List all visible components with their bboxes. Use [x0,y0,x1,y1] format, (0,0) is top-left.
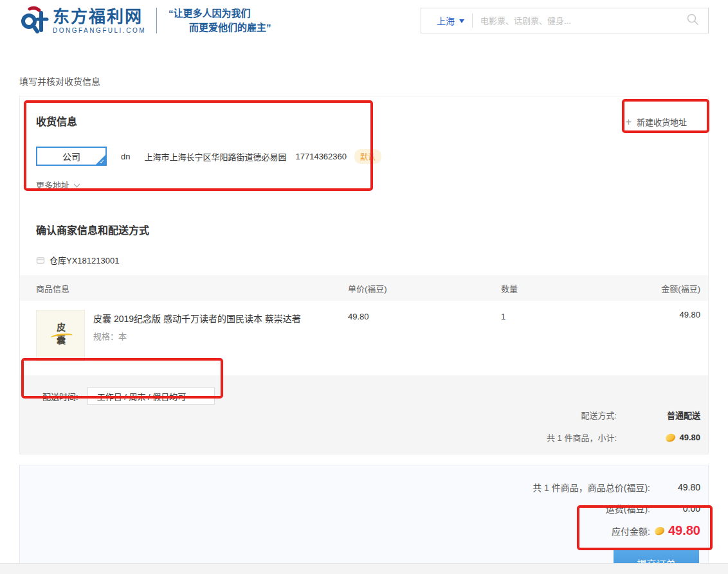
delivery-time-value: 工作日 / 周末 / 假日均可 [97,390,187,402]
payable-label: 应付金额: [612,525,650,537]
delivery-time-label: 配送时间: [42,390,78,402]
more-addresses-label: 更多地址 [36,179,69,191]
delivery-section: 配送时间: 工作日 / 周末 / 假日均可 配送方式: 普通配送 共 1 件商品… [20,375,708,454]
fudou-bean-icon [665,432,677,442]
warehouse-row: 仓库YX181213001 [36,254,692,266]
total-label: 共 1 件商品，商品总价(福豆): [532,481,650,494]
new-address-label: 新建收货地址 [637,116,687,128]
shipping-section: 收货信息 + 新建收货地址 公司 ✓ dn 上海市上海长宁区华阳路街道德必易园 … [20,96,708,191]
col-product: 商品信息 [36,282,348,294]
merchant-section-title: 确认商家信息和配送方式 [20,208,708,237]
shipping-section-title: 收货信息 [36,113,77,129]
phone-number: 17714362360 [295,152,347,161]
table-row: 皮囊 皮囊 2019纪念版 感动千万读者的国民读本 蔡崇达著 规格：本 49.8… [20,301,708,375]
col-quantity: 数量 [501,282,610,294]
logo-divider [156,8,157,33]
default-badge: 默认 [354,149,381,164]
brand-domain: DONGFANGFULI.COM [53,27,146,34]
product-title: 皮囊 2019纪念版 感动千万读者的国民读本 蔡崇达著 [93,312,301,325]
site-header: 东方福利网 DONGFANGFULI.COM “让更多人因为我们 而更爱他们的雇… [0,0,728,41]
fudou-bean-icon [653,525,665,535]
more-addresses-toggle[interactable]: 更多地址 [36,179,692,191]
delivery-method-label: 配送方式: [581,409,617,421]
delivery-method-value: 普通配送 [617,409,700,421]
chevron-down-icon [74,181,80,187]
chevron-down-icon [459,19,464,26]
warehouse-name: 仓库YX181213001 [50,254,119,266]
city-name: 上海 [437,14,455,27]
slogan: “让更多人因为我们 而更爱他们的雇主” [168,6,271,35]
table-header: 商品信息 单价(福豆) 数量 金额(福豆) [20,275,708,301]
subtotal-value: 49.80 [679,433,700,442]
address-tag-label: 公司 [62,150,80,163]
slogan-line1: “让更多人因为我们 [168,6,271,21]
search-icon[interactable] [686,13,699,28]
product-spec: 规格：本 [93,330,301,342]
logo[interactable]: 东方福利网 DONGFANGFULI.COM [19,4,146,37]
page-footer-strip [0,563,728,574]
city-selector[interactable]: 上海 [421,14,472,27]
shipping-fee-label: 运费(福豆): [606,502,650,515]
order-card: 收货信息 + 新建收货地址 公司 ✓ dn 上海市上海长宁区华阳路街道德必易园 … [19,96,709,454]
product-unit-price: 49.80 [348,310,501,321]
product-amount: 49.80 [610,310,700,319]
shipping-fee-value: 0.00 [650,503,700,514]
delivery-time-select[interactable]: 工作日 / 周末 / 假日均可 [87,387,215,405]
search-input[interactable] [480,16,681,26]
search-bar: 上海 [421,8,709,33]
payable-value: 49.80 [668,523,700,538]
shop-icon [36,256,45,264]
selected-check-icon: ✓ [100,159,105,165]
plus-icon: + [626,116,632,128]
product-quantity: 1 [501,310,610,321]
brand-name: 东方福利网 [53,8,146,26]
recipient-name: dn [121,152,130,161]
address-text: 上海市上海长宁区华阳路街道德必易园 [144,150,286,163]
logo-mark-icon [19,4,49,37]
product-image: 皮囊 [36,310,85,361]
address-row: 公司 ✓ dn 上海市上海长宁区华阳路街道德必易园 17714362360 默认 [36,147,692,166]
order-summary: 共 1 件商品，商品总价(福豆): 49.80 运费(福豆): 0.00 应付金… [19,465,709,574]
col-unit-price: 单价(福豆) [348,282,501,294]
subtotal-label: 共 1 件商品，小计: [547,431,617,444]
slogan-line2: 而更爱他们的雇主” [189,21,271,35]
col-amount: 金额(福豆) [610,282,700,294]
address-tag-company[interactable]: 公司 ✓ [36,147,107,166]
new-address-button[interactable]: + 新建收货地址 [626,116,687,128]
total-value: 49.80 [650,482,700,492]
page-title: 填写并核对收货信息 [19,75,709,87]
search-divider [472,13,473,28]
